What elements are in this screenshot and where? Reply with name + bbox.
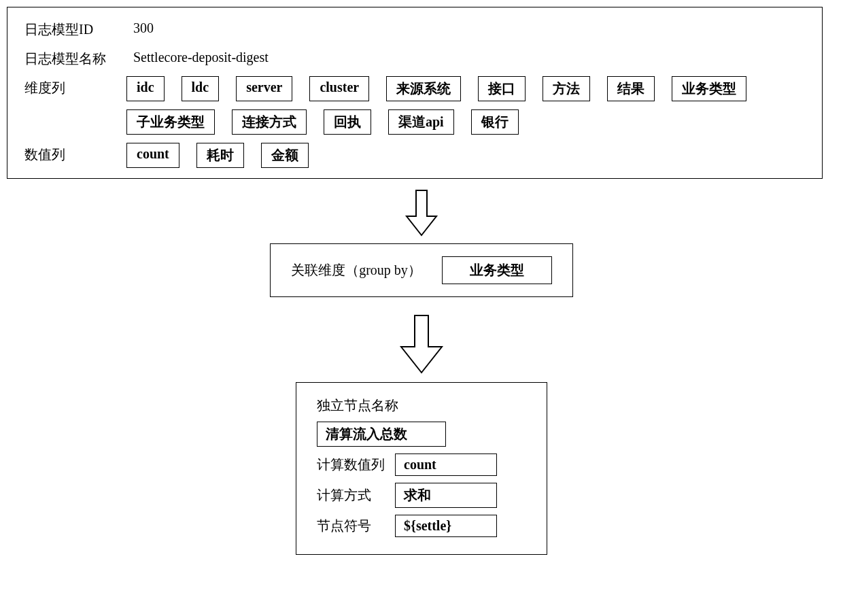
- dim-chip: server: [236, 76, 292, 101]
- dim-chip: 子业务类型: [126, 109, 215, 135]
- id-value: 300: [113, 18, 154, 36]
- log-model-panel: 日志模型ID 300 日志模型名称 Settlecore-deposit-dig…: [7, 7, 823, 179]
- num-chips: count 耗时 金额: [126, 143, 805, 168]
- dim-chip: 银行: [471, 109, 519, 135]
- id-label: 日志模型ID: [24, 18, 113, 39]
- dim-chip: ldc: [182, 76, 220, 101]
- dim-chip: 结果: [607, 76, 655, 101]
- num-chip: 金额: [261, 143, 309, 168]
- arrow-down-icon: [394, 314, 449, 375]
- dim-chip: 接口: [478, 76, 526, 101]
- method-row: 计算方式 求和: [317, 483, 526, 508]
- dim-chip: 回执: [324, 109, 371, 135]
- dim-chip: 渠道api: [388, 109, 454, 135]
- group-by-panel: 关联维度（group by） 业务类型: [270, 243, 573, 297]
- method-value: 求和: [395, 483, 497, 508]
- name-row: 日志模型名称 Settlecore-deposit-digest: [24, 47, 805, 68]
- num-row: 数值列 count 耗时 金额: [24, 143, 805, 168]
- symbol-label: 节点符号: [317, 517, 395, 535]
- num-chip: count: [126, 143, 179, 168]
- arrow-2: [7, 314, 836, 375]
- numcol-value: count: [395, 454, 497, 476]
- arrow-1: [7, 189, 836, 237]
- group-by-label: 关联维度（group by）: [291, 261, 422, 279]
- dim-label: 维度列: [24, 76, 113, 97]
- dim-chips-2: 子业务类型 连接方式 回执 渠道api 银行: [126, 109, 805, 135]
- dim-chips-1: idc ldc server cluster 来源系统 接口 方法 结果 业务类…: [126, 76, 805, 101]
- num-chip: 耗时: [196, 143, 244, 168]
- dim-chip: 方法: [543, 76, 590, 101]
- method-label: 计算方式: [317, 486, 395, 504]
- name-label: 日志模型名称: [24, 47, 113, 68]
- node-panel: 独立节点名称 清算流入总数 计算数值列 count 计算方式 求和 节点符号 $…: [296, 382, 547, 555]
- symbol-row: 节点符号 ${settle}: [317, 515, 526, 537]
- dim-chip: 连接方式: [232, 109, 307, 135]
- node-title-value-row: 清算流入总数: [317, 422, 526, 447]
- name-value: Settlecore-deposit-digest: [113, 47, 269, 65]
- node-title-label: 独立节点名称: [317, 396, 398, 415]
- dim-chip: idc: [126, 76, 165, 101]
- node-title-row: 独立节点名称: [317, 396, 526, 415]
- dim-chip: 业务类型: [672, 76, 746, 101]
- numcol-row: 计算数值列 count: [317, 454, 526, 476]
- node-title-value: 清算流入总数: [317, 422, 446, 447]
- arrow-down-icon: [401, 189, 442, 237]
- id-row: 日志模型ID 300: [24, 18, 805, 39]
- num-label: 数值列: [24, 143, 113, 164]
- group-by-value: 业务类型: [442, 256, 552, 284]
- dim-row: 维度列 idc ldc server cluster 来源系统 接口 方法 结果…: [24, 76, 805, 101]
- symbol-value: ${settle}: [395, 515, 497, 537]
- dim-chip: 来源系统: [386, 76, 461, 101]
- dim-chip: cluster: [309, 76, 369, 101]
- numcol-label: 计算数值列: [317, 456, 395, 474]
- dim-row-2: 子业务类型 连接方式 回执 渠道api 银行: [126, 109, 805, 135]
